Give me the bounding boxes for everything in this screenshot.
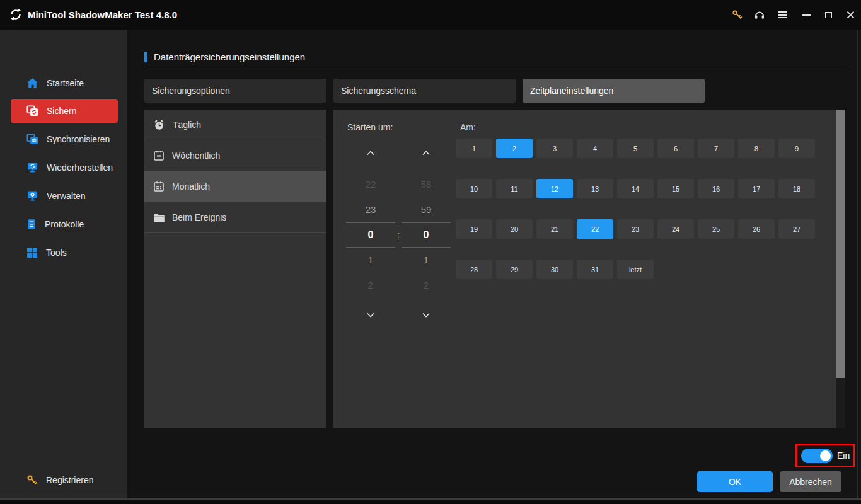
calendar-week-icon — [153, 150, 165, 161]
spinner-value-minutes-0[interactable]: 0 — [402, 222, 451, 248]
day-button-30[interactable]: 30 — [536, 260, 573, 279]
day-button-22[interactable]: 22 — [577, 219, 613, 239]
hours-down-chevron-icon[interactable] — [346, 307, 395, 323]
sidebar-item-label: Verwalten — [47, 191, 85, 201]
heading-divider — [144, 66, 850, 66]
day-button-letzt[interactable]: letzt — [617, 260, 654, 279]
schedule-type-label: Wöchentlich — [172, 151, 220, 161]
sidebar-item-startseite[interactable]: Startseite — [0, 71, 127, 96]
schedule-toggle[interactable] — [801, 449, 833, 463]
sidebar-item-registrieren[interactable]: Registrieren — [0, 467, 127, 493]
schedule-type-woechentlich[interactable]: Wöchentlich — [144, 140, 326, 171]
register-key-icon — [26, 474, 38, 486]
day-button-25[interactable]: 25 — [698, 219, 734, 239]
tab-sicherungsschema[interactable]: Sicherungsschema — [333, 79, 516, 103]
spinner-value-hours-0[interactable]: 0 — [346, 222, 395, 248]
spinner-value-minutes-58[interactable]: 58 — [402, 172, 451, 197]
cancel-button[interactable]: Abbrechen — [780, 471, 841, 492]
day-button-29[interactable]: 29 — [496, 260, 533, 279]
spinner-col-hours: 2223012 — [346, 146, 395, 323]
day-button-12[interactable]: 12 — [536, 179, 573, 198]
sidebar-item-verwalten[interactable]: Verwalten — [0, 183, 127, 209]
day-picker-label: Am: — [460, 122, 476, 132]
schedule-type-taeglich[interactable]: Täglich — [144, 110, 326, 140]
sidebar-item-label: Wiederherstellen — [47, 163, 113, 173]
app-logo-icon — [9, 8, 23, 21]
day-button-14[interactable]: 14 — [617, 179, 654, 198]
day-button-19[interactable]: 19 — [456, 219, 492, 239]
day-button-20[interactable]: 20 — [496, 219, 533, 239]
day-button-1[interactable]: 1 — [456, 139, 492, 158]
spinner-value-hours-23[interactable]: 23 — [346, 197, 395, 222]
day-button-9[interactable]: 9 — [778, 139, 815, 158]
sidebar-item-tools[interactable]: Tools — [0, 240, 127, 265]
heading-accent-bar — [144, 52, 147, 62]
day-button-31[interactable]: 31 — [577, 260, 613, 279]
day-button-24[interactable]: 24 — [657, 219, 694, 239]
day-button-18[interactable]: 18 — [778, 179, 815, 198]
day-button-26[interactable]: 26 — [738, 219, 775, 239]
day-button-11[interactable]: 11 — [496, 179, 533, 198]
sidebar-item-label: Protokolle — [45, 219, 84, 229]
schedule-type-panel: Täglich Wöchentlich Monatlich Beim Ereig… — [144, 110, 326, 428]
spinner-value-minutes-2[interactable]: 2 — [402, 273, 451, 298]
day-button-21[interactable]: 21 — [536, 219, 573, 239]
spinner-value-minutes-59[interactable]: 59 — [402, 197, 451, 222]
sidebar-item-wiederherstellen[interactable]: Wiederherstellen — [0, 155, 127, 180]
tools-grid-icon — [26, 247, 38, 258]
day-button-10[interactable]: 10 — [456, 179, 492, 198]
day-button-15[interactable]: 15 — [657, 179, 694, 198]
tab-zeitplaneinstellungen[interactable]: Zeitplaneinstellungen — [523, 79, 705, 103]
spinner-value-hours-1[interactable]: 1 — [346, 248, 395, 273]
sidebar-item-protokolle[interactable]: Protokolle — [0, 212, 127, 237]
minutes-up-chevron-icon[interactable] — [402, 146, 451, 161]
hours-up-chevron-icon[interactable] — [346, 146, 395, 161]
menu-bars — [778, 9, 787, 20]
restore-icon — [26, 162, 38, 173]
day-button-5[interactable]: 5 — [617, 139, 654, 158]
ok-button[interactable]: OK — [697, 471, 773, 492]
spinner-value-minutes-1[interactable]: 1 — [402, 248, 451, 273]
titlebar: MiniTool ShadowMaker Test 4.8.0 — [0, 0, 861, 30]
toggle-state-label: Ein — [837, 450, 850, 461]
day-button-4[interactable]: 4 — [577, 139, 613, 158]
minutes-down-chevron-icon[interactable] — [402, 307, 451, 323]
day-button-27[interactable]: 27 — [778, 219, 815, 239]
backup-icon — [26, 105, 38, 117]
day-button-23[interactable]: 23 — [617, 219, 654, 239]
start-time-label: Starten um: — [347, 122, 393, 132]
sidebar-item-sichern[interactable]: Sichern — [11, 99, 118, 123]
menu-icon[interactable] — [772, 0, 794, 30]
support-headset-icon[interactable] — [749, 0, 770, 30]
day-button-7[interactable]: 7 — [698, 139, 734, 158]
day-button-17[interactable]: 17 — [738, 179, 775, 198]
day-button-6[interactable]: 6 — [657, 139, 694, 158]
minimize-button[interactable] — [795, 0, 817, 30]
day-button-8[interactable]: 8 — [738, 139, 775, 158]
day-button-16[interactable]: 16 — [698, 179, 734, 198]
day-button-28[interactable]: 28 — [456, 260, 492, 279]
schedule-type-label: Täglich — [173, 120, 201, 130]
spinner-value-hours-22[interactable]: 22 — [346, 172, 395, 197]
license-key-icon[interactable] — [726, 0, 748, 30]
page-title: Datenträgersicherungseinstellungen — [154, 52, 305, 62]
close-button[interactable] — [840, 0, 861, 30]
monthly-settings-panel: Starten um: Am: 2223012 : 5859012 123456… — [333, 110, 845, 428]
schedule-type-monatlich[interactable]: Monatlich — [144, 171, 326, 202]
calendar-month-icon — [153, 181, 165, 192]
hours-values: 2223012 — [346, 172, 395, 298]
folder-icon — [153, 213, 165, 222]
sidebar: Startseite Sichern Synchronisieren Wiede… — [0, 30, 127, 498]
day-button-3[interactable]: 3 — [536, 139, 573, 158]
alarm-clock-icon — [153, 119, 165, 131]
window-bottom-strip — [0, 500, 861, 504]
day-button-2[interactable]: 2 — [496, 139, 533, 158]
scrollbar-thumb[interactable] — [836, 110, 845, 378]
tab-sicherungsoptionen[interactable]: Sicherungsoptionen — [144, 79, 326, 103]
sidebar-item-synchronisieren[interactable]: Synchronisieren — [0, 127, 127, 152]
schedule-type-beim-ereignis[interactable]: Beim Ereignis — [144, 202, 326, 233]
spinner-value-hours-2[interactable]: 2 — [346, 273, 395, 298]
day-button-13[interactable]: 13 — [577, 179, 613, 198]
maximize-button[interactable] — [818, 0, 839, 30]
scrollbar-track[interactable] — [836, 110, 845, 428]
